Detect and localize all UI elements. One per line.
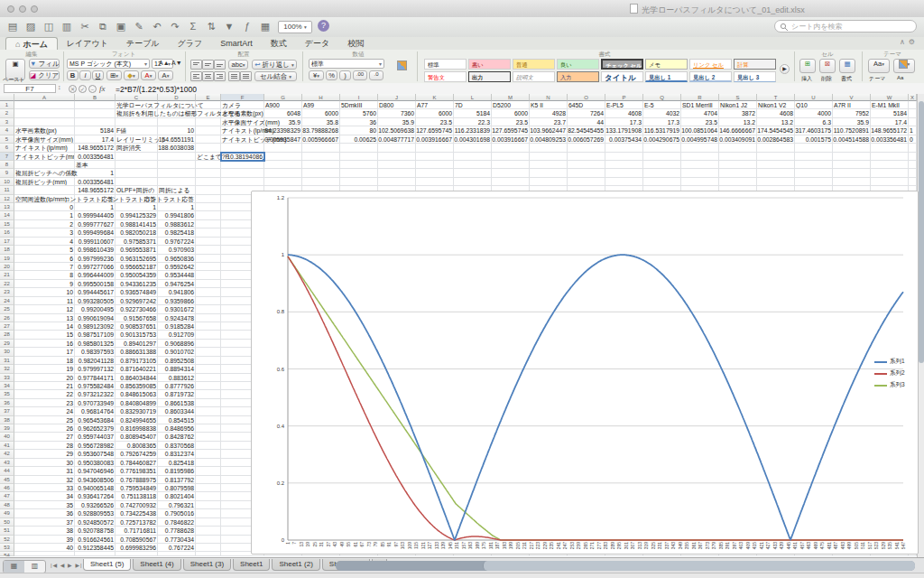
percent-format-button[interactable]: % [326,70,337,80]
cell-D9[interactable] [158,169,196,177]
cell-A10[interactable]: 複屈折ピッチ(mm) [14,178,75,186]
align-left-icon[interactable] [190,71,202,81]
fill-button[interactable]: ▼ フィル ▾ [29,59,60,69]
row-header-44[interactable]: 44 [0,467,14,475]
cell-C9[interactable] [116,169,158,177]
cell-A26[interactable]: 13 [14,314,75,322]
cell-C6[interactable]: 回折消失 [116,144,158,152]
cell-B17[interactable]: 0.999110607 [75,238,116,246]
cell-E19[interactable] [196,255,221,263]
cell-D37[interactable]: 0.8603344 [158,407,196,415]
cell-N8[interactable] [530,161,568,169]
cell-A9[interactable]: 複屈折ピッチへの係数 [14,169,75,177]
cell-S8[interactable] [719,161,757,169]
cell-style-neutral[interactable]: 普通 [513,59,555,70]
sort-icon[interactable]: ⇅ [204,19,218,33]
cell-D44[interactable]: 0.8195986 [158,467,196,475]
cell-J8[interactable] [378,161,416,169]
cell-G9[interactable] [264,169,302,177]
cell-B19[interactable]: 0.997999236 [75,255,116,263]
cell-E38[interactable] [196,416,221,424]
cell-E18[interactable] [196,246,221,254]
cell-D19[interactable]: 0.9650836 [158,255,196,263]
cell-H1[interactable]: A99 [302,101,340,109]
cell-C14[interactable]: 0.994125329 [116,211,158,219]
vertical-scrollbar-thumb[interactable] [919,101,924,363]
cell-N9[interactable] [530,169,568,177]
cell-E43[interactable] [196,459,221,467]
cell-E9[interactable] [196,169,221,177]
cell-B35[interactable]: 0.973212322 [75,390,116,398]
cell-H10[interactable] [302,178,340,186]
cell-X1[interactable] [909,101,917,109]
cell-D38[interactable]: 0.854515 [158,416,196,424]
cell-P7[interactable] [605,153,643,161]
formula-text[interactable]: =2*B7/(1.22*0.53)*1000 [116,85,197,94]
column-header-H[interactable]: H [302,94,340,101]
cell-U10[interactable] [795,178,833,186]
cell-B54[interactable] [75,552,116,556]
row-header-43[interactable]: 43 [0,459,14,467]
cell-D13[interactable]: 1 [158,203,196,211]
format-painter-icon[interactable]: ✎ [132,19,146,33]
sheet-search-input[interactable]: シート内を検索 [774,20,917,33]
cell-M1[interactable]: D5200 [492,101,530,109]
cell-A31[interactable]: 18 [14,357,75,365]
cell-B36[interactable]: 0.970733949 [75,399,116,407]
cell-M2[interactable]: 6000 [492,109,530,117]
minimize-window-button[interactable] [19,5,26,13]
cell-C40[interactable]: 0.808945407 [116,433,158,441]
cell-V4[interactable]: 110.7520891 [833,126,871,135]
cell-F4[interactable]: ナイキスト(lp/mm) [221,126,264,135]
row-header-13[interactable]: 13 [0,203,14,211]
row-header-6[interactable]: 6 [0,144,14,152]
cell-B48[interactable]: 0.93266526 [75,501,116,509]
cell-K3[interactable]: 23.5 [416,118,454,126]
sheet-tab-Sheet1 (4)[interactable]: Sheet1 (4) [133,559,180,571]
cell-E3[interactable] [196,118,221,126]
cell-U9[interactable] [795,169,833,177]
cell-B45[interactable]: 0.943608506 [75,476,116,484]
cell-R9[interactable] [681,169,719,177]
cell-N6[interactable] [530,144,568,152]
cell-H7[interactable] [302,153,340,161]
cell-B15[interactable]: 0.999777627 [75,220,116,228]
cell-B29[interactable]: 0.985801325 [75,340,116,348]
row-header-52[interactable]: 52 [0,536,14,544]
cell-E21[interactable] [196,271,221,279]
shrink-font-button[interactable]: A▼ [171,60,182,66]
row-header-19[interactable]: 19 [0,255,14,263]
cell-Q9[interactable] [643,169,681,177]
cell-B9[interactable]: 1 [75,169,116,177]
cell-B8[interactable]: 基本 [75,161,116,169]
cell-H2[interactable]: 6000 [302,109,340,117]
cell-B7[interactable]: 0.003356481 [75,153,116,161]
row-header-17[interactable]: 17 [0,238,14,246]
name-box[interactable]: F7 [4,84,56,93]
cell-C42[interactable]: 0.792674259 [116,450,158,458]
cell-N7[interactable] [530,153,568,161]
cell-B53[interactable]: 0.912358445 [75,544,116,552]
cell-A24[interactable]: 11 [14,297,75,305]
cell-U1[interactable]: Q10 [795,101,833,109]
cell-C46[interactable]: 0.759534849 [116,484,158,492]
row-header-5[interactable]: 5 [0,135,14,144]
cell-O6[interactable] [568,144,605,152]
cell-D42[interactable]: 0.8312374 [158,450,196,458]
cell-V3[interactable]: 35.9 [833,118,871,126]
cell-C8[interactable] [116,161,158,169]
cell-T4[interactable]: 174.5454545 [757,126,795,135]
cell-C22[interactable]: 0.943361235 [116,280,158,288]
cell-A13[interactable]: 0 [14,203,75,211]
cell-B39[interactable]: 0.962652379 [75,424,116,433]
cell-V7[interactable] [833,153,871,161]
cell-S4[interactable]: 146.6666667 [719,126,757,135]
row-header-39[interactable]: 39 [0,424,14,433]
print-icon[interactable]: ▥ [60,19,74,33]
row-header-21[interactable]: 21 [0,271,14,279]
cell-D21[interactable]: 0.9534448 [158,271,196,279]
ribbon-tab-レイアウト[interactable]: レイアウト [58,37,117,50]
row-header-27[interactable]: 27 [0,322,14,331]
cell-D17[interactable]: 0.9767224 [158,238,196,246]
cell-B43[interactable]: 0.950380083 [75,459,116,467]
